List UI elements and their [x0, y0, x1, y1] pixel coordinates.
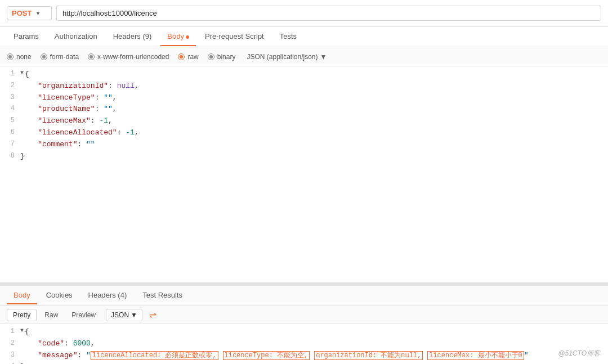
response-code-line-error: 3 "message": "licenceAllocated: 必须是正数或零,… — [0, 350, 608, 362]
tab-headers[interactable]: Headers (9) — [106, 28, 159, 46]
watermark: @51CTO博客 — [558, 349, 600, 358]
expand-icon[interactable]: ▼ — [20, 326, 25, 336]
method-select[interactable]: POST ▼ — [7, 6, 52, 20]
request-body-editor[interactable]: 1 ▼ { 2 "organizationId": null, 3 "licen… — [0, 66, 608, 282]
response-format-bar: Pretty Raw Preview JSON ▼ ⇌ — [0, 306, 608, 324]
code-line: 3 "licenceType": "", — [0, 92, 608, 104]
method-label: POST — [12, 9, 32, 17]
radio-urlencoded[interactable]: x-www-form-urlencoded — [88, 53, 169, 61]
response-format-dropdown[interactable]: JSON ▼ — [106, 309, 142, 321]
tab-tests[interactable]: Tests — [273, 28, 303, 46]
response-tab-headers[interactable]: Headers (4) — [82, 287, 134, 304]
response-section: Body Cookies Headers (4) Test Results Pr… — [0, 286, 608, 364]
error-message-box: licenceType: 不能为空, — [223, 351, 310, 360]
error-message-box: licenceMax: 最小不能小于0 — [427, 351, 524, 360]
response-tab-bar: Body Cookies Headers (4) Test Results — [0, 286, 608, 306]
radio-urlencoded-circle — [88, 53, 95, 60]
radio-none[interactable]: none — [7, 53, 32, 61]
code-line: 8 } — [0, 151, 608, 163]
response-code-line: 2 "code": 6000, — [0, 338, 608, 350]
format-raw-btn[interactable]: Raw — [39, 309, 64, 321]
code-line: 5 "licenceMax": -1, — [0, 115, 608, 127]
format-preview-btn[interactable]: Preview — [66, 309, 101, 321]
response-code-line: 1 ▼ { — [0, 326, 608, 338]
json-format-dropdown[interactable]: JSON (application/json) ▼ — [247, 53, 327, 61]
tab-body[interactable]: Body — [160, 28, 196, 46]
response-tab-cookies[interactable]: Cookies — [39, 287, 79, 304]
chevron-down-icon: ▼ — [320, 53, 327, 61]
radio-binary-circle — [208, 53, 214, 60]
tab-pre-request[interactable]: Pre-request Script — [198, 28, 271, 46]
response-tab-test-results[interactable]: Test Results — [136, 287, 189, 304]
format-pretty-btn[interactable]: Pretty — [7, 309, 37, 321]
tab-params[interactable]: Params — [7, 28, 46, 46]
body-dot — [186, 35, 189, 39]
radio-raw-circle — [178, 53, 185, 60]
response-body-editor: 1 ▼ { 2 "code": 6000, 3 "message": "lice… — [0, 324, 608, 364]
expand-icon[interactable]: ▼ — [20, 69, 25, 78]
radio-form-data[interactable]: form-data — [41, 53, 79, 61]
radio-none-circle — [7, 53, 14, 60]
error-message-box: organizationId: 不能为null, — [314, 351, 423, 360]
code-line: 4 "productName": "", — [0, 104, 608, 115]
request-section: Params Authorization Headers (9) Body Pr… — [0, 27, 608, 286]
code-line: 6 "licenceAllocated": -1, — [0, 127, 608, 139]
chevron-down-icon: ▼ — [35, 10, 41, 16]
request-tab-bar: Params Authorization Headers (9) Body Pr… — [0, 27, 608, 47]
wrap-icon[interactable]: ⇌ — [149, 309, 157, 320]
body-type-bar: none form-data x-www-form-urlencoded raw… — [0, 47, 608, 66]
response-code-line: 4 } — [0, 361, 608, 364]
radio-raw[interactable]: raw — [178, 53, 198, 61]
code-line: 2 "organizationId": null, — [0, 80, 608, 92]
url-bar: POST ▼ — [0, 0, 608, 27]
code-line: 7 "comment": "" — [0, 139, 608, 151]
error-message-box: licenceAllocated: 必须是正数或零, — [91, 351, 218, 360]
radio-form-data-circle — [41, 53, 47, 60]
tab-authorization[interactable]: Authorization — [48, 28, 104, 46]
url-input[interactable] — [56, 6, 601, 21]
response-tab-body[interactable]: Body — [7, 287, 37, 304]
radio-binary[interactable]: binary — [208, 53, 236, 61]
chevron-down-icon: ▼ — [131, 311, 137, 319]
code-line: 1 ▼ { — [0, 69, 608, 80]
